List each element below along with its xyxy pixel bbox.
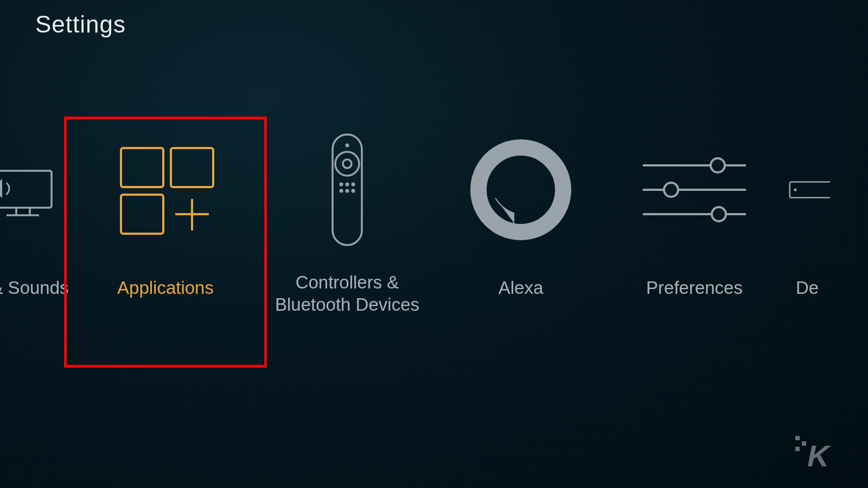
svg-point-17	[346, 189, 349, 193]
svg-rect-6	[121, 195, 163, 234]
tile-preferences[interactable]: Preferences	[608, 108, 781, 363]
display-sounds-icon	[0, 108, 71, 271]
svg-text:K: K	[807, 439, 831, 473]
svg-rect-4	[121, 148, 163, 187]
svg-rect-0	[0, 171, 52, 208]
tile-label: Applications	[114, 277, 217, 299]
device-icon	[781, 108, 830, 271]
tile-alexa[interactable]: Alexa	[434, 108, 608, 363]
svg-rect-29	[802, 441, 806, 446]
settings-carousel[interactable]: & Sounds Applications	[0, 108, 868, 380]
tile-applications[interactable]: Applications	[71, 108, 260, 363]
svg-point-13	[340, 183, 343, 187]
svg-point-18	[352, 189, 355, 193]
svg-rect-5	[171, 148, 213, 187]
svg-point-23	[664, 183, 678, 197]
tile-display-sounds[interactable]: & Sounds	[0, 108, 71, 363]
sliders-icon	[637, 108, 751, 271]
svg-point-12	[343, 159, 352, 168]
remote-icon	[323, 108, 372, 271]
tile-device[interactable]: De	[781, 108, 830, 363]
svg-point-16	[340, 189, 343, 193]
applications-icon	[111, 108, 220, 271]
svg-rect-30	[795, 447, 800, 451]
tile-controllers-bluetooth[interactable]: Controllers & Bluetooth Devices	[260, 108, 434, 363]
svg-point-21	[711, 158, 725, 172]
svg-point-25	[712, 207, 726, 221]
svg-point-27	[794, 188, 796, 191]
alexa-icon	[469, 108, 572, 271]
svg-rect-28	[795, 436, 800, 440]
svg-point-10	[346, 144, 349, 147]
svg-point-19	[478, 147, 563, 232]
watermark-logo: K	[791, 433, 845, 476]
tile-label: Preferences	[643, 277, 746, 299]
tile-label: Controllers & Bluetooth Devices	[260, 271, 434, 316]
tile-label: Alexa	[495, 277, 547, 299]
svg-point-14	[346, 183, 349, 187]
svg-point-11	[335, 152, 359, 176]
tile-label: De	[789, 277, 822, 299]
page-title: Settings	[35, 11, 126, 38]
svg-point-15	[352, 183, 355, 187]
